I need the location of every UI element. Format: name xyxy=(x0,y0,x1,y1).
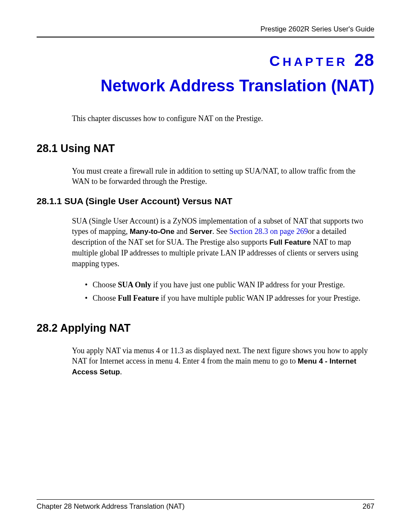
chapter-label-rest: HAPTER xyxy=(283,55,348,68)
bullet-list: Choose SUA Only if you have just one pub… xyxy=(85,278,374,305)
section-28-1-body: You must create a firewall rule in addit… xyxy=(72,166,374,187)
page-footer: Chapter 28 Network Address Translation (… xyxy=(37,499,374,510)
footer-rule xyxy=(37,499,374,500)
document-page: Prestige 2602R Series User's Guide CHAPT… xyxy=(0,0,411,532)
cross-reference-link[interactable]: Section 28.3 on page 269 xyxy=(229,227,308,236)
section-28-1-1-body: SUA (Single User Account) is a ZyNOS imp… xyxy=(72,216,374,269)
chapter-label: CHAPTER 28 xyxy=(37,50,374,70)
footer-chapter-title: Chapter 28 Network Address Translation (… xyxy=(37,502,185,510)
section-28-2-body: You apply NAT via menus 4 or 11.3 as dis… xyxy=(72,345,374,377)
header-guide-title: Prestige 2602R Series User's Guide xyxy=(37,25,374,33)
section-28-2-heading: 28.2 Applying NAT xyxy=(37,322,374,334)
section-28-1-1-heading: 28.1.1 SUA (Single User Account) Versus … xyxy=(37,196,374,206)
header-rule xyxy=(37,37,374,37)
footer-page-number: 267 xyxy=(362,502,374,510)
chapter-intro: This chapter discusses how to configure … xyxy=(72,113,374,124)
list-item: Choose SUA Only if you have just one pub… xyxy=(85,278,374,292)
chapter-label-c: C xyxy=(269,53,283,69)
chapter-number: 28 xyxy=(355,50,375,69)
chapter-title: Network Address Translation (NAT) xyxy=(37,75,374,97)
list-item: Choose Full Feature if you have multiple… xyxy=(85,292,374,305)
section-28-1-heading: 28.1 Using NAT xyxy=(37,142,374,155)
